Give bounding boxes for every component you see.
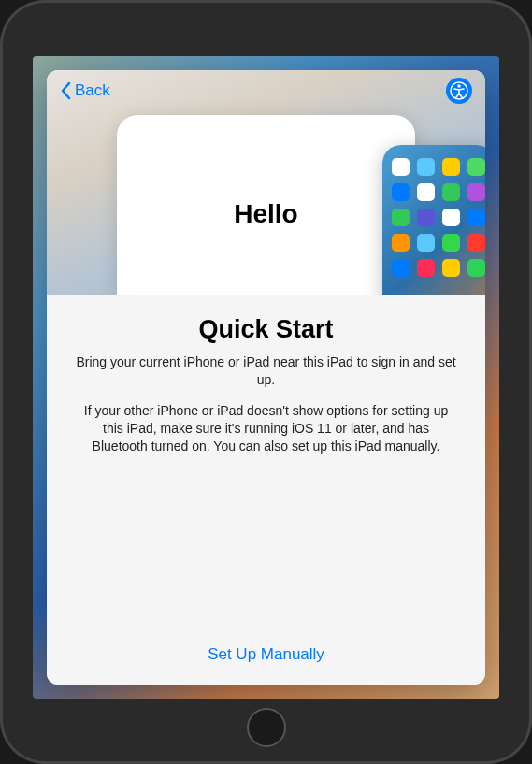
back-label: Back	[75, 81, 110, 100]
app-icon	[467, 158, 485, 176]
page-subtitle: Bring your current iPhone or iPad near t…	[75, 353, 457, 389]
back-button[interactable]: Back	[60, 81, 110, 100]
accessibility-icon	[450, 81, 468, 100]
app-icon	[467, 259, 485, 277]
home-button[interactable]	[247, 708, 286, 747]
app-icon	[442, 183, 460, 201]
app-icon	[442, 234, 460, 252]
ipad-device-frame: Back Hello	[0, 0, 532, 764]
app-icon	[392, 234, 410, 252]
app-icon	[392, 158, 410, 176]
ipad-illustration: Hello	[117, 115, 415, 295]
app-icon	[417, 234, 435, 252]
app-icon	[392, 259, 410, 277]
app-icon	[442, 209, 460, 226]
app-icon	[467, 209, 485, 226]
app-icon	[467, 234, 485, 252]
app-icon	[467, 183, 485, 201]
content-panel: Quick Start Bring your current iPhone or…	[47, 295, 485, 685]
screen-background: Back Hello	[33, 56, 499, 699]
spacer	[75, 454, 457, 636]
app-icon	[392, 183, 410, 201]
chevron-left-icon	[60, 81, 71, 100]
app-icon	[417, 183, 435, 201]
navigation-bar: Back	[47, 70, 485, 111]
setup-modal: Back Hello	[47, 70, 485, 685]
svg-point-1	[457, 84, 461, 88]
page-description: If your other iPhone or iPad doesn't sho…	[75, 402, 457, 455]
app-icon	[417, 158, 435, 176]
set-up-manually-button[interactable]: Set Up Manually	[75, 636, 457, 668]
app-icon	[392, 209, 410, 226]
iphone-illustration	[382, 145, 485, 295]
page-title: Quick Start	[75, 315, 457, 344]
app-icon	[417, 209, 435, 226]
app-icon	[442, 158, 460, 176]
app-icon	[417, 259, 435, 277]
app-icon	[442, 259, 460, 277]
app-icon-grid	[392, 158, 485, 277]
hello-text: Hello	[234, 199, 297, 229]
accessibility-button[interactable]	[446, 78, 472, 104]
